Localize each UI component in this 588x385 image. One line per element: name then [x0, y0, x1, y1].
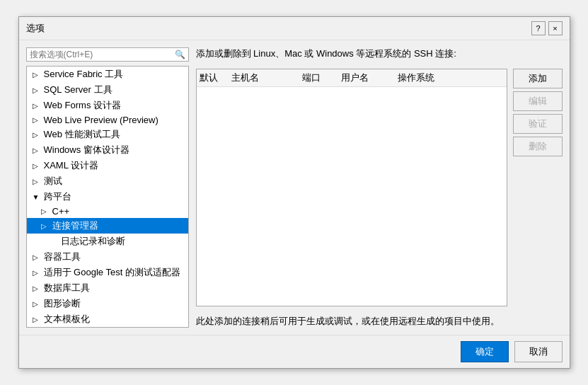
tree-arrow-db-tools: ▷: [33, 285, 41, 292]
tree-label-cpp: C++: [52, 206, 70, 217]
tree-item-connection-manager[interactable]: ▷连接管理器: [27, 218, 188, 234]
tree-item-container-tools[interactable]: ▷容器工具: [27, 249, 188, 265]
right-panel: 添加或删除到 Linux、Mac 或 Windows 等远程系统的 SSH 连接…: [196, 47, 563, 328]
delete-button[interactable]: 删除: [513, 137, 563, 156]
tree-arrow-service-fabric: ▷: [33, 71, 41, 79]
tree-item-cpp[interactable]: ▷C++: [27, 205, 188, 218]
tree-item-text-template[interactable]: ▷文本模板化: [27, 311, 188, 327]
tree-label-google-test: 适用于 Google Test 的测试适配器: [44, 266, 180, 279]
tree-label-log-diag: 日志记录和诊断: [61, 235, 125, 248]
tree-item-db-tools[interactable]: ▷数据库工具: [27, 280, 188, 296]
dialog-footer: 确定 取消: [19, 335, 570, 368]
ssh-table-body: [197, 87, 507, 306]
search-icon: 🔍: [175, 50, 185, 59]
tree-label-test: 测试: [44, 175, 62, 188]
title-bar: 选项 ? ×: [19, 17, 570, 40]
tree-label-web-forms: Web Forms 设计器: [44, 99, 122, 112]
tree-item-log-diag[interactable]: 日志记录和诊断: [27, 234, 188, 249]
tree-item-graph-diag[interactable]: ▷图形诊断: [27, 296, 188, 311]
tree-item-web-forms[interactable]: ▷Web Forms 设计器: [27, 98, 188, 113]
ok-button[interactable]: 确定: [461, 341, 509, 362]
tree-item-xaml[interactable]: ▷XAML 设计器: [27, 158, 188, 173]
tree-label-connection-manager: 连接管理器: [52, 219, 98, 232]
action-buttons: 添加 编辑 验证 删除: [513, 69, 563, 306]
tree-label-cross-platform: 跨平台: [44, 190, 71, 203]
dialog-body: 🔍 ▷Service Fabric 工具▷SQL Server 工具▷Web F…: [19, 40, 570, 335]
tree-label-web-perf: Web 性能测试工具: [44, 128, 120, 141]
tree-arrow-cpp: ▷: [41, 207, 50, 215]
tree-arrow-test: ▷: [33, 178, 41, 185]
tree-item-cross-platform[interactable]: ▼跨平台: [27, 189, 188, 205]
tree-arrow-google-test: ▷: [33, 269, 41, 277]
col-username: 用户名: [341, 71, 398, 84]
tree-arrow-text-template: ▷: [33, 316, 41, 323]
tree-label-container-tools: 容器工具: [44, 251, 81, 263]
tree-item-sql-server[interactable]: ▷SQL Server 工具: [27, 82, 188, 98]
tree-arrow-web-live-preview: ▷: [33, 116, 41, 124]
tree-label-web-live-preview: Web Live Preview (Preview): [44, 115, 158, 125]
tree-arrow-graph-diag: ▷: [33, 300, 41, 308]
dialog-title: 选项: [26, 22, 45, 35]
tree-arrow-web-forms: ▷: [33, 102, 41, 110]
tree-item-windows-designer[interactable]: ▷Windows 窗体设计器: [27, 142, 188, 158]
tree-label-graph-diag: 图形诊断: [44, 297, 81, 310]
tree-item-web-live-preview[interactable]: ▷Web Live Preview (Preview): [27, 113, 188, 127]
options-dialog: 选项 ? × 🔍 ▷Service Fabric 工具▷SQL Server 工…: [18, 16, 570, 369]
tree-container[interactable]: ▷Service Fabric 工具▷SQL Server 工具▷Web For…: [26, 66, 189, 328]
search-box[interactable]: 🔍: [26, 47, 189, 62]
left-panel: 🔍 ▷Service Fabric 工具▷SQL Server 工具▷Web F…: [26, 47, 189, 328]
tree-arrow-container-tools: ▷: [33, 253, 41, 261]
col-os: 操作系统: [398, 71, 504, 84]
tree-item-web-perf[interactable]: ▷Web 性能测试工具: [27, 127, 188, 142]
bottom-description: 此处添加的连接稍后可用于生成或调试，或在使用远程生成的项目中使用。: [196, 315, 563, 328]
col-default: 默认: [200, 71, 231, 84]
tree-item-google-test[interactable]: ▷适用于 Google Test 的测试适配器: [27, 265, 188, 280]
tree-label-db-tools: 数据库工具: [44, 282, 90, 294]
title-controls: ? ×: [531, 21, 563, 35]
ssh-table-header: 默认 主机名 端口 用户名 操作系统: [197, 69, 507, 87]
tree-arrow-sql-server: ▷: [33, 86, 41, 94]
table-and-buttons: 默认 主机名 端口 用户名 操作系统 添加 编辑 验证 删除: [196, 69, 563, 306]
tree-label-xaml: XAML 设计器: [44, 159, 99, 172]
col-port: 端口: [302, 71, 341, 84]
tree-label-service-fabric: Service Fabric 工具: [44, 68, 124, 81]
search-input[interactable]: [30, 50, 175, 59]
col-hostname: 主机名: [231, 71, 302, 84]
verify-button[interactable]: 验证: [513, 114, 563, 134]
tree-item-test[interactable]: ▷测试: [27, 173, 188, 189]
tree-arrow-web-perf: ▷: [33, 131, 41, 139]
add-button[interactable]: 添加: [513, 69, 563, 88]
right-description: 添加或删除到 Linux、Mac 或 Windows 等远程系统的 SSH 连接…: [196, 47, 563, 60]
help-button[interactable]: ?: [531, 21, 546, 35]
tree-arrow-xaml: ▷: [33, 162, 41, 170]
tree-arrow-connection-manager: ▷: [41, 222, 50, 230]
tree-label-windows-designer: Windows 窗体设计器: [44, 144, 129, 156]
close-button[interactable]: ×: [548, 21, 563, 35]
tree-item-service-fabric[interactable]: ▷Service Fabric 工具: [27, 67, 188, 82]
tree-arrow-cross-platform: ▼: [33, 193, 41, 201]
tree-arrow-windows-designer: ▷: [33, 146, 41, 154]
ssh-table: 默认 主机名 端口 用户名 操作系统: [196, 69, 507, 306]
edit-button[interactable]: 编辑: [513, 91, 563, 111]
tree-label-text-template: 文本模板化: [44, 313, 90, 326]
cancel-button[interactable]: 取消: [514, 341, 563, 362]
tree-label-sql-server: SQL Server 工具: [44, 84, 113, 96]
